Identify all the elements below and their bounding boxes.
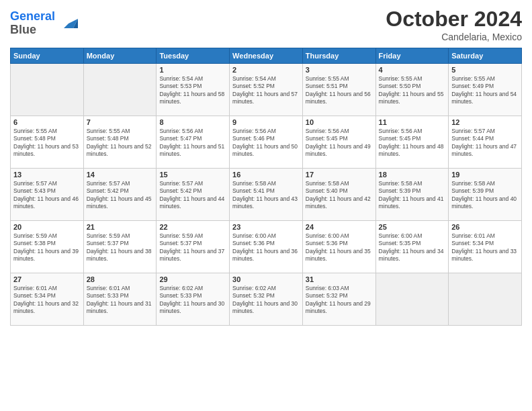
day-number: 5	[451, 66, 519, 74]
day-number: 22	[159, 223, 226, 231]
day-info: Sunrise: 5:58 AMSunset: 5:39 PMDaylight:…	[379, 180, 446, 211]
day-number: 7	[87, 118, 154, 126]
weekday-header-thursday: Thursday	[302, 48, 375, 64]
calendar-cell	[449, 273, 522, 326]
calendar-cell: 31Sunrise: 6:03 AMSunset: 5:32 PMDayligh…	[302, 273, 375, 326]
day-info: Sunrise: 5:55 AMSunset: 5:50 PMDaylight:…	[379, 75, 446, 106]
day-number: 26	[451, 223, 519, 231]
calendar-cell: 20Sunrise: 5:59 AMSunset: 5:38 PMDayligh…	[11, 221, 84, 273]
calendar-cell: 29Sunrise: 6:02 AMSunset: 5:33 PMDayligh…	[157, 273, 230, 326]
month-title: October 2024	[386, 7, 522, 32]
calendar-cell: 22Sunrise: 5:59 AMSunset: 5:37 PMDayligh…	[157, 221, 230, 273]
calendar-cell: 25Sunrise: 6:00 AMSunset: 5:35 PMDayligh…	[375, 221, 449, 273]
day-info: Sunrise: 5:58 AMSunset: 5:39 PMDaylight:…	[451, 180, 519, 211]
day-info: Sunrise: 5:57 AMSunset: 5:43 PMDaylight:…	[13, 180, 81, 211]
calendar-cell: 2Sunrise: 5:54 AMSunset: 5:52 PMDaylight…	[230, 64, 303, 116]
day-number: 2	[232, 66, 300, 74]
calendar-cell: 23Sunrise: 6:00 AMSunset: 5:36 PMDayligh…	[230, 221, 303, 273]
day-info: Sunrise: 5:58 AMSunset: 5:40 PMDaylight:…	[306, 180, 373, 211]
calendar-cell: 15Sunrise: 5:57 AMSunset: 5:42 PMDayligh…	[157, 169, 230, 221]
calendar-week-5: 27Sunrise: 6:01 AMSunset: 5:34 PMDayligh…	[11, 273, 522, 326]
calendar-cell: 19Sunrise: 5:58 AMSunset: 5:39 PMDayligh…	[449, 169, 522, 221]
weekday-header-sunday: Sunday	[11, 48, 84, 64]
calendar-cell: 16Sunrise: 5:58 AMSunset: 5:41 PMDayligh…	[230, 169, 303, 221]
calendar-cell: 30Sunrise: 6:02 AMSunset: 5:32 PMDayligh…	[230, 273, 303, 326]
calendar-cell: 5Sunrise: 5:55 AMSunset: 5:49 PMDaylight…	[449, 64, 522, 116]
day-number: 18	[379, 171, 446, 179]
calendar-cell: 3Sunrise: 5:55 AMSunset: 5:51 PMDaylight…	[302, 64, 375, 116]
day-info: Sunrise: 6:01 AMSunset: 5:33 PMDaylight:…	[87, 285, 154, 316]
day-info: Sunrise: 5:59 AMSunset: 5:37 PMDaylight:…	[159, 232, 226, 263]
header: GeneralBlue October 2024 Candelaria, Mex…	[10, 7, 522, 42]
calendar-cell	[375, 273, 449, 326]
day-number: 23	[232, 223, 300, 231]
day-info: Sunrise: 5:56 AMSunset: 5:47 PMDaylight:…	[159, 128, 226, 158]
day-info: Sunrise: 5:55 AMSunset: 5:48 PMDaylight:…	[13, 128, 81, 158]
day-number: 13	[13, 171, 81, 179]
title-area: October 2024 Candelaria, Mexico	[386, 7, 522, 42]
day-number: 24	[306, 223, 373, 231]
day-info: Sunrise: 5:57 AMSunset: 5:42 PMDaylight:…	[159, 180, 226, 211]
day-number: 6	[13, 118, 81, 126]
day-info: Sunrise: 6:00 AMSunset: 5:36 PMDaylight:…	[306, 232, 373, 263]
calendar-cell: 7Sunrise: 5:55 AMSunset: 5:48 PMDaylight…	[83, 116, 157, 169]
logo: GeneralBlue	[10, 10, 78, 37]
day-info: Sunrise: 5:54 AMSunset: 5:52 PMDaylight:…	[232, 75, 300, 106]
weekday-header-wednesday: Wednesday	[230, 48, 303, 64]
calendar-cell: 11Sunrise: 5:56 AMSunset: 5:45 PMDayligh…	[375, 116, 449, 169]
day-number: 25	[379, 223, 446, 231]
day-number: 16	[232, 171, 300, 179]
calendar-cell: 9Sunrise: 5:56 AMSunset: 5:46 PMDaylight…	[230, 116, 303, 169]
calendar-cell: 12Sunrise: 5:57 AMSunset: 5:44 PMDayligh…	[449, 116, 522, 169]
weekday-header-row: SundayMondayTuesdayWednesdayThursdayFrid…	[11, 48, 522, 64]
day-number: 30	[232, 275, 300, 283]
day-info: Sunrise: 6:03 AMSunset: 5:32 PMDaylight:…	[306, 285, 373, 316]
weekday-header-tuesday: Tuesday	[157, 48, 230, 64]
day-number: 21	[87, 223, 154, 231]
day-number: 29	[159, 275, 226, 283]
calendar-cell: 27Sunrise: 6:01 AMSunset: 5:34 PMDayligh…	[11, 273, 84, 326]
day-info: Sunrise: 5:57 AMSunset: 5:44 PMDaylight:…	[451, 128, 519, 158]
day-info: Sunrise: 6:01 AMSunset: 5:34 PMDaylight:…	[451, 232, 519, 263]
day-info: Sunrise: 5:54 AMSunset: 5:53 PMDaylight:…	[159, 75, 226, 106]
calendar-cell: 17Sunrise: 5:58 AMSunset: 5:40 PMDayligh…	[302, 169, 375, 221]
day-info: Sunrise: 5:58 AMSunset: 5:41 PMDaylight:…	[232, 180, 300, 211]
day-info: Sunrise: 5:55 AMSunset: 5:49 PMDaylight:…	[451, 75, 519, 106]
day-number: 31	[306, 275, 373, 283]
day-info: Sunrise: 5:55 AMSunset: 5:51 PMDaylight:…	[306, 75, 373, 106]
day-info: Sunrise: 6:02 AMSunset: 5:32 PMDaylight:…	[232, 285, 300, 316]
calendar-cell: 8Sunrise: 5:56 AMSunset: 5:47 PMDaylight…	[157, 116, 230, 169]
day-number: 12	[451, 118, 519, 126]
logo-icon	[59, 14, 78, 33]
calendar-week-3: 13Sunrise: 5:57 AMSunset: 5:43 PMDayligh…	[11, 169, 522, 221]
day-number: 10	[306, 118, 373, 126]
day-number: 19	[451, 171, 519, 179]
day-number: 17	[306, 171, 373, 179]
calendar-week-1: 1Sunrise: 5:54 AMSunset: 5:53 PMDaylight…	[11, 64, 522, 116]
calendar-table: SundayMondayTuesdayWednesdayThursdayFrid…	[10, 48, 522, 326]
calendar-cell: 28Sunrise: 6:01 AMSunset: 5:33 PMDayligh…	[83, 273, 157, 326]
calendar-cell: 24Sunrise: 6:00 AMSunset: 5:36 PMDayligh…	[302, 221, 375, 273]
day-info: Sunrise: 5:59 AMSunset: 5:37 PMDaylight:…	[87, 232, 154, 263]
calendar-cell	[11, 64, 84, 116]
calendar-cell: 13Sunrise: 5:57 AMSunset: 5:43 PMDayligh…	[11, 169, 84, 221]
weekday-header-saturday: Saturday	[449, 48, 522, 64]
calendar-week-4: 20Sunrise: 5:59 AMSunset: 5:38 PMDayligh…	[11, 221, 522, 273]
calendar-cell: 6Sunrise: 5:55 AMSunset: 5:48 PMDaylight…	[11, 116, 84, 169]
calendar-week-2: 6Sunrise: 5:55 AMSunset: 5:48 PMDaylight…	[11, 116, 522, 169]
calendar-cell: 26Sunrise: 6:01 AMSunset: 5:34 PMDayligh…	[449, 221, 522, 273]
day-info: Sunrise: 5:56 AMSunset: 5:45 PMDaylight:…	[379, 128, 446, 158]
day-number: 11	[379, 118, 446, 126]
day-number: 28	[87, 275, 154, 283]
calendar-cell: 1Sunrise: 5:54 AMSunset: 5:53 PMDaylight…	[157, 64, 230, 116]
day-number: 27	[13, 275, 81, 283]
day-info: Sunrise: 5:57 AMSunset: 5:42 PMDaylight:…	[87, 180, 154, 211]
day-number: 9	[232, 118, 300, 126]
day-info: Sunrise: 6:02 AMSunset: 5:33 PMDaylight:…	[159, 285, 226, 316]
day-info: Sunrise: 6:00 AMSunset: 5:36 PMDaylight:…	[232, 232, 300, 263]
day-number: 1	[159, 66, 226, 74]
day-number: 4	[379, 66, 446, 74]
day-info: Sunrise: 5:55 AMSunset: 5:48 PMDaylight:…	[87, 128, 154, 158]
page-container: GeneralBlue October 2024 Candelaria, Mex…	[0, 0, 532, 332]
calendar-cell: 21Sunrise: 5:59 AMSunset: 5:37 PMDayligh…	[83, 221, 157, 273]
